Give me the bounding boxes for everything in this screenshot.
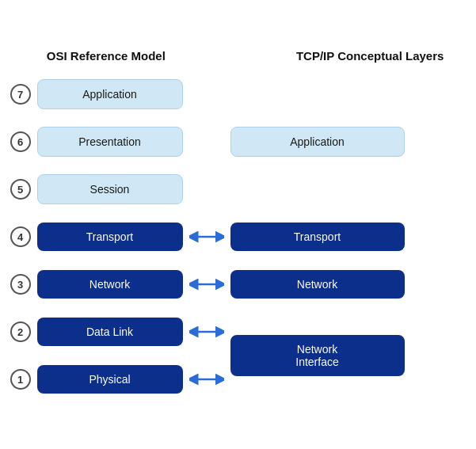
titles-row: OSI Reference Model TCP/IP Conceptual La… xyxy=(9,49,468,63)
arrow-network xyxy=(183,277,230,291)
layer-num-3: 3 xyxy=(9,274,34,295)
layer-num-2: 2 xyxy=(9,322,34,342)
arrow-datalink xyxy=(183,325,230,339)
osi-layer-physical: Physical xyxy=(34,365,183,394)
layer-num-5: 5 xyxy=(9,179,34,200)
arrow-transport xyxy=(183,230,230,244)
osi-layer-application: Application xyxy=(34,79,183,109)
layer-num-1: 1 xyxy=(9,369,34,390)
osi-layer-network: Network xyxy=(34,270,183,299)
osi-title: OSI Reference Model xyxy=(19,49,193,63)
tcp-layer-network-interface: Network Interface xyxy=(230,335,405,376)
tcp-layer-transport: Transport xyxy=(230,223,405,251)
osi-layer-transport: Transport xyxy=(34,223,183,251)
diagram: OSI Reference Model TCP/IP Conceptual La… xyxy=(9,41,468,408)
tcp-layer-application: Application xyxy=(230,127,405,157)
layers-grid: 7 Application 6 Presentation 5 Session 4… xyxy=(9,74,468,400)
arrow-physical xyxy=(183,372,230,386)
layer-num-4: 4 xyxy=(9,226,34,247)
osi-layer-session: Session xyxy=(34,174,183,204)
tcp-layer-network: Network xyxy=(230,270,405,299)
tcp-title: TCP/IP Conceptual Layers xyxy=(283,49,457,63)
osi-layer-datalink: Data Link xyxy=(34,318,183,346)
layer-num-6: 6 xyxy=(9,131,34,152)
osi-layer-presentation: Presentation xyxy=(34,127,183,157)
layer-num-7: 7 xyxy=(9,84,34,105)
